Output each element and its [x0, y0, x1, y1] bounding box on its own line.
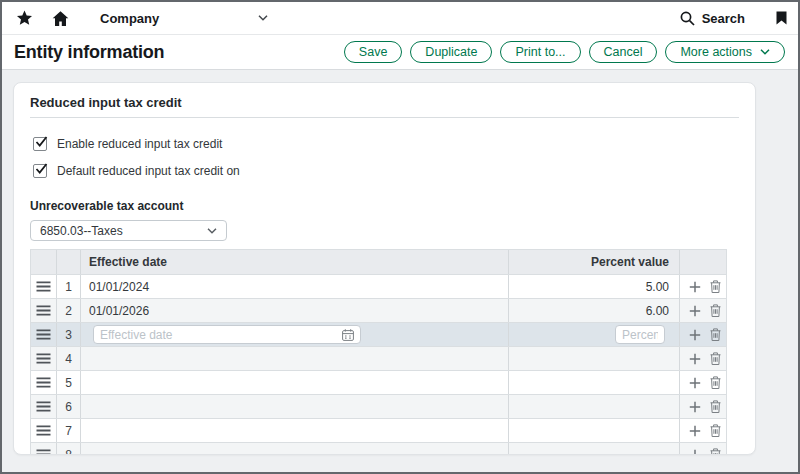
- delete-row-icon[interactable]: [710, 424, 721, 437]
- row-number: 5: [57, 371, 81, 394]
- unrecoverable-tax-account-label: Unrecoverable tax account: [30, 199, 739, 213]
- row-drag-handle-icon[interactable]: [31, 299, 57, 322]
- effective-date-cell[interactable]: [81, 323, 509, 346]
- effective-date-cell[interactable]: [81, 395, 509, 418]
- row-number: 4: [57, 347, 81, 370]
- chevron-down-icon: [760, 49, 770, 55]
- row-drag-handle-icon[interactable]: [31, 395, 57, 418]
- effective-date-cell[interactable]: [81, 419, 509, 442]
- header-drag-column: [31, 250, 57, 274]
- home-icon[interactable]: [52, 11, 69, 26]
- row-drag-handle-icon[interactable]: [31, 347, 57, 370]
- table-row: 101/01/20245.00: [31, 275, 726, 299]
- delete-row-icon[interactable]: [710, 328, 721, 341]
- row-actions: [680, 275, 726, 298]
- button-label: Cancel: [604, 45, 643, 59]
- search-icon: [680, 11, 695, 26]
- percent-value-cell[interactable]: [509, 395, 680, 418]
- add-row-icon[interactable]: [689, 353, 701, 365]
- row-drag-handle-icon[interactable]: [31, 275, 57, 298]
- delete-row-icon[interactable]: [710, 304, 721, 317]
- row-actions: [680, 371, 726, 394]
- cancel-button[interactable]: Cancel: [589, 41, 658, 63]
- delete-row-icon[interactable]: [710, 352, 721, 365]
- add-row-icon[interactable]: [689, 281, 701, 293]
- bookmark-icon[interactable]: [776, 11, 787, 25]
- delete-row-icon[interactable]: [710, 400, 721, 413]
- effective-date-cell[interactable]: [81, 371, 509, 394]
- table-row: 5: [31, 371, 726, 395]
- table-row: 3: [31, 323, 726, 347]
- percent-value-cell[interactable]: [509, 347, 680, 370]
- delete-row-icon[interactable]: [710, 448, 721, 455]
- duplicate-button[interactable]: Duplicate: [410, 41, 492, 63]
- button-label: More actions: [680, 45, 752, 59]
- checkbox-row: Default reduced input tax credit on: [33, 164, 739, 178]
- row-drag-handle-icon[interactable]: [31, 419, 57, 442]
- print-to-button[interactable]: Print to...: [500, 41, 580, 63]
- add-row-icon[interactable]: [689, 377, 701, 389]
- percent-input[interactable]: [615, 325, 665, 344]
- row-actions: [680, 323, 726, 346]
- row-drag-handle-icon[interactable]: [31, 371, 57, 394]
- favorites-star-icon[interactable]: [16, 10, 33, 26]
- add-row-icon[interactable]: [689, 425, 701, 437]
- effective-date-cell[interactable]: 01/01/2026: [81, 299, 509, 322]
- percent-value-cell[interactable]: [509, 371, 680, 394]
- add-row-icon[interactable]: [689, 305, 701, 317]
- percent-value-cell[interactable]: [509, 419, 680, 442]
- select-value: 6850.03--Taxes: [40, 224, 123, 238]
- header-actions-column: [680, 250, 726, 274]
- percent-value-cell[interactable]: 6.00: [509, 299, 680, 322]
- button-label: Save: [359, 45, 388, 59]
- row-actions: [680, 347, 726, 370]
- unrecoverable-tax-account-select[interactable]: 6850.03--Taxes: [30, 220, 227, 241]
- row-drag-handle-icon[interactable]: [31, 443, 57, 455]
- section-title: Reduced input tax credit: [30, 93, 739, 110]
- row-actions: [680, 419, 726, 442]
- row-number: 8: [57, 443, 81, 455]
- percent-value-cell[interactable]: [509, 443, 680, 455]
- search-control[interactable]: Search: [680, 11, 745, 26]
- delete-row-icon[interactable]: [710, 376, 721, 389]
- delete-row-icon[interactable]: [710, 280, 721, 293]
- row-drag-handle-icon[interactable]: [31, 323, 57, 346]
- row-number: 3: [57, 323, 81, 346]
- add-row-icon[interactable]: [689, 401, 701, 413]
- checkbox-label: Enable reduced input tax credit: [57, 137, 222, 151]
- table-row: 201/01/20266.00: [31, 299, 726, 323]
- section-divider: [30, 117, 739, 118]
- effective-date-cell[interactable]: 01/01/2024: [81, 275, 509, 298]
- checkbox-group: Enable reduced input tax creditDefault r…: [30, 137, 739, 178]
- checkbox-default-ritc-on[interactable]: [33, 164, 47, 178]
- search-label: Search: [702, 11, 745, 26]
- checkbox-row: Enable reduced input tax credit: [33, 137, 739, 151]
- percent-value-cell[interactable]: [509, 323, 680, 346]
- add-row-icon[interactable]: [689, 329, 701, 341]
- chevron-down-icon: [258, 15, 268, 21]
- page-header: Entity information SaveDuplicatePrint to…: [2, 35, 798, 70]
- table-row: 8: [31, 443, 726, 455]
- effective-date-cell[interactable]: [81, 443, 509, 455]
- table-body: 101/01/20245.00201/01/20266.003456789: [31, 275, 726, 455]
- column-header-effective-date: Effective date: [81, 250, 509, 274]
- table-row: 6: [31, 395, 726, 419]
- page-content: Reduced input tax credit Enable reduced …: [2, 70, 798, 455]
- save-button[interactable]: Save: [344, 41, 403, 63]
- table-row: 4: [31, 347, 726, 371]
- effective-date-input[interactable]: [93, 325, 361, 344]
- more-actions-button[interactable]: More actions: [665, 41, 785, 63]
- button-label: Print to...: [515, 45, 565, 59]
- app-window: { "topbar": { "company_label": "Company"…: [0, 0, 800, 474]
- company-selector[interactable]: Company: [100, 11, 268, 26]
- checkbox-label: Default reduced input tax credit on: [57, 164, 240, 178]
- add-row-icon[interactable]: [689, 449, 701, 456]
- row-number: 1: [57, 275, 81, 298]
- row-number: 2: [57, 299, 81, 322]
- header-number-column: [57, 250, 81, 274]
- calendar-icon[interactable]: [342, 329, 354, 341]
- effective-date-cell[interactable]: [81, 347, 509, 370]
- checkbox-enable-ritc[interactable]: [33, 137, 47, 151]
- percent-value-cell[interactable]: 5.00: [509, 275, 680, 298]
- top-nav-bar: Company Search: [2, 2, 798, 35]
